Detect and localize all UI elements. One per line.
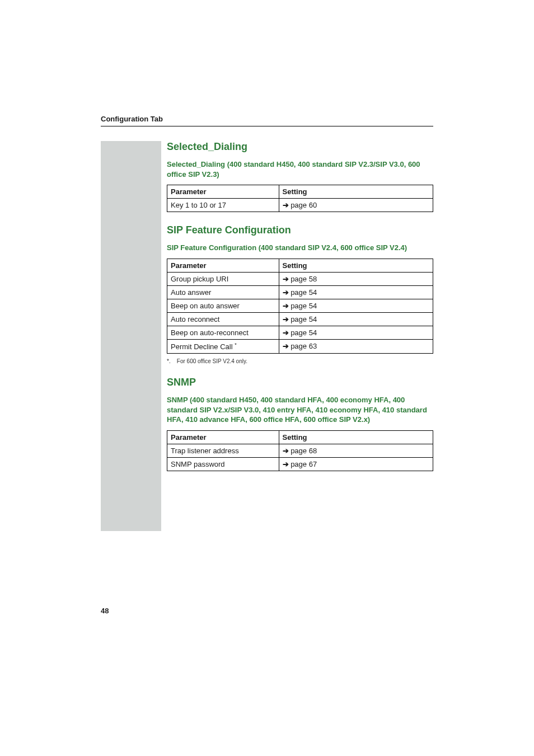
table-header-row: Parameter Setting	[167, 259, 433, 272]
cell-setting[interactable]: ➔ page 60	[279, 199, 433, 212]
footnote-text: For 600 office SIP V2.4 only.	[177, 358, 247, 364]
col-header-setting: Setting	[279, 430, 433, 444]
table-row: Auto reconnect ➔ page 54	[167, 312, 433, 326]
cell-setting[interactable]: ➔ page 67	[279, 457, 433, 471]
section-sip-feature: SIP Feature Configuration SIP Feature Co…	[167, 224, 433, 364]
arrow-icon: ➔	[283, 460, 289, 468]
page-ref: page 63	[291, 342, 317, 350]
arrow-icon: ➔	[283, 447, 289, 455]
table-row: SNMP password ➔ page 67	[167, 457, 433, 471]
page-ref: page 54	[291, 302, 317, 310]
table-header-row: Parameter Setting	[167, 430, 433, 444]
cell-parameter: Auto answer	[167, 285, 279, 299]
table-row: Beep on auto-reconnect ➔ page 54	[167, 326, 433, 339]
arrow-icon: ➔	[283, 302, 289, 310]
page-ref: page 54	[291, 288, 317, 297]
cell-parameter: Beep on auto answer	[167, 299, 279, 312]
content-area: Selected_Dialing Selected_Dialing (400 s…	[167, 141, 433, 483]
cell-parameter: Auto reconnect	[167, 312, 279, 326]
arrow-icon: ➔	[283, 275, 289, 283]
cell-setting[interactable]: ➔ page 54	[279, 285, 433, 299]
section-subtitle: SNMP (400 standard H450, 400 standard HF…	[167, 395, 433, 425]
cell-setting[interactable]: ➔ page 58	[279, 272, 433, 285]
cell-parameter: Group pickup URI	[167, 272, 279, 285]
col-header-setting: Setting	[279, 259, 433, 272]
cell-parameter: Trap listener address	[167, 444, 279, 457]
footnote-mark: *.	[167, 358, 171, 364]
arrow-icon: ➔	[283, 288, 289, 297]
col-header-parameter: Parameter	[167, 430, 279, 444]
sidebar-grey-block	[101, 141, 161, 531]
param-table-sip-feature: Parameter Setting Group pickup URI ➔ pag…	[167, 259, 433, 354]
section-title: SIP Feature Configuration	[167, 224, 433, 236]
table-row: Trap listener address ➔ page 68	[167, 444, 433, 457]
cell-setting[interactable]: ➔ page 54	[279, 299, 433, 312]
section-title: SNMP	[167, 377, 433, 388]
section-selected-dialing: Selected_Dialing Selected_Dialing (400 s…	[167, 141, 433, 212]
cell-parameter: Permit Decline Call *	[167, 339, 279, 353]
col-header-parameter: Parameter	[167, 259, 279, 272]
arrow-icon: ➔	[283, 201, 289, 209]
col-header-setting: Setting	[279, 185, 433, 199]
page: Configuration Tab Selected_Dialing Selec…	[0, 0, 534, 756]
cell-parameter: Beep on auto-reconnect	[167, 326, 279, 339]
table-row: Auto answer ➔ page 54	[167, 285, 433, 299]
cell-parameter: SNMP password	[167, 457, 279, 471]
cell-setting[interactable]: ➔ page 54	[279, 312, 433, 326]
param-text: Permit Decline Call	[171, 342, 233, 351]
table-row: Key 1 to 10 or 17 ➔ page 60	[167, 199, 433, 212]
page-ref: page 54	[291, 315, 317, 323]
page-ref: page 54	[291, 328, 317, 337]
param-table-snmp: Parameter Setting Trap listener address …	[167, 430, 433, 471]
page-ref: page 58	[291, 275, 317, 283]
table-row: Permit Decline Call * ➔ page 63	[167, 339, 433, 353]
table-header-row: Parameter Setting	[167, 185, 433, 199]
arrow-icon: ➔	[283, 342, 289, 350]
header-rule	[101, 126, 433, 126]
page-ref: page 67	[291, 460, 317, 468]
param-table-selected-dialing: Parameter Setting Key 1 to 10 or 17 ➔ pa…	[167, 185, 433, 212]
section-title: Selected_Dialing	[167, 141, 433, 153]
arrow-icon: ➔	[283, 315, 289, 323]
section-snmp: SNMP SNMP (400 standard H450, 400 standa…	[167, 377, 433, 471]
section-subtitle: Selected_Dialing (400 standard H450, 400…	[167, 159, 433, 179]
footnote-marker: *	[235, 342, 237, 348]
table-row: Beep on auto answer ➔ page 54	[167, 299, 433, 312]
col-header-parameter: Parameter	[167, 185, 279, 199]
page-ref: page 68	[291, 447, 317, 455]
page-ref: page 60	[291, 201, 317, 209]
arrow-icon: ➔	[283, 328, 289, 337]
cell-setting[interactable]: ➔ page 68	[279, 444, 433, 457]
cell-parameter: Key 1 to 10 or 17	[167, 199, 279, 212]
cell-setting[interactable]: ➔ page 54	[279, 326, 433, 339]
table-row: Group pickup URI ➔ page 58	[167, 272, 433, 285]
page-number: 48	[101, 607, 109, 615]
section-subtitle: SIP Feature Configuration (400 standard …	[167, 243, 433, 253]
running-header: Configuration Tab	[101, 115, 163, 123]
table-footnote: *. For 600 office SIP V2.4 only.	[167, 358, 433, 364]
cell-setting[interactable]: ➔ page 63	[279, 339, 433, 353]
